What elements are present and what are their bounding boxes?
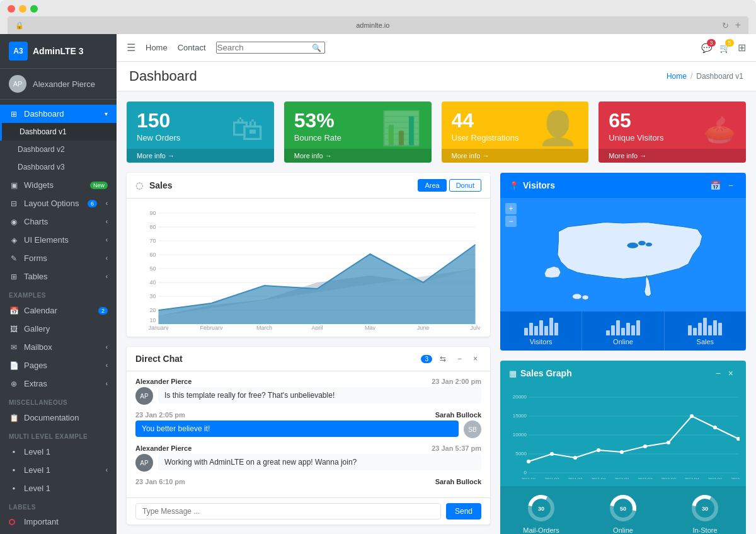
chevron-icon: ‹	[106, 273, 108, 280]
browser-minimize[interactable]	[19, 5, 26, 13]
online-mini-chart	[586, 316, 660, 335]
user-reg-more-info[interactable]: More info →	[442, 149, 589, 163]
sidebar-item-extras[interactable]: ⊕ Extras ‹	[0, 374, 117, 393]
chat-message-input[interactable]	[135, 503, 441, 519]
sales-graph-minimize-button[interactable]: −	[712, 367, 724, 380]
forms-icon: ✎	[9, 254, 19, 263]
sidebar-item-pages[interactable]: 📄 Pages ‹	[0, 356, 117, 374]
donut-chart-button[interactable]: Donut	[449, 179, 481, 192]
browser-close[interactable]	[8, 5, 15, 13]
svg-text:60: 60	[149, 252, 156, 258]
sidebar-item-level1-b[interactable]: ● Level 1 ‹	[0, 461, 117, 479]
topnav-right: 💬 3 🛒 5 ⊞	[701, 42, 746, 54]
chat-close-button[interactable]: ×	[469, 353, 481, 364]
sidebar-item-ui-elements[interactable]: ◈ UI Elements ‹	[0, 231, 117, 249]
calendar-icon: 📅	[9, 306, 19, 315]
svg-text:2012 Q3: 2012 Q3	[661, 477, 676, 479]
main-left: ◌ Sales Area Donut 90	[127, 173, 490, 534]
svg-text:2012 Q2: 2012 Q2	[638, 477, 653, 479]
sales-chart-title: ◌ Sales	[135, 180, 418, 190]
svg-text:80: 80	[149, 224, 156, 230]
tables-icon: ⊞	[9, 272, 19, 281]
topnav-home-link[interactable]: Home	[146, 43, 168, 52]
svg-point-32	[581, 295, 588, 299]
breadcrumb: Home / Dashboard v1	[667, 72, 743, 81]
grid-menu-button[interactable]: ⊞	[738, 42, 746, 54]
area-chart-button[interactable]: Area	[418, 179, 446, 192]
browser-maximize[interactable]	[30, 5, 38, 13]
online-donut: 50	[586, 492, 660, 524]
sidebar-item-widgets[interactable]: ▣ Widgets New	[0, 176, 117, 194]
unique-visitors-more-info[interactable]: More info →	[598, 149, 746, 163]
svg-text:10000: 10000	[513, 432, 527, 438]
new-orders-more-info[interactable]: More info →	[127, 149, 274, 163]
chat-message: Alexander Pierce 23 Jan 5:37 pm AP Worki…	[135, 444, 481, 472]
brand-logo: A3	[9, 42, 28, 61]
content-wrapper: ☰ Home Contact 🔍 💬 3 🛒 5 ⊞ Dashboa	[117, 34, 756, 534]
search-input[interactable]	[216, 42, 325, 54]
chat-msg-header: Sarah Bullock 23 Jan 2:05 pm	[135, 411, 481, 419]
chart-btn-group: Area Donut	[418, 179, 481, 192]
layout-icon: ⊟	[9, 199, 19, 208]
sidebar-item-calendar[interactable]: 📅 Calendar 2	[0, 301, 117, 320]
chat-sender-name: Sarah Bullock	[435, 411, 481, 419]
chevron-down-icon: ▾	[105, 110, 108, 117]
svg-text:5000: 5000	[515, 451, 527, 456]
sidebar-item-label: Documentation	[24, 413, 79, 422]
sidebar-item-label: Tables	[24, 272, 48, 281]
visitors-footer: Visitors	[500, 311, 746, 351]
sales-graph-footer: 30 Mail-Orders 50	[500, 486, 746, 534]
browser-new-tab[interactable]: +	[735, 20, 741, 31]
browser-refresh-icon[interactable]: ↻	[722, 21, 729, 30]
sidebar-item-forms[interactable]: ✎ Forms ‹	[0, 249, 117, 267]
sidebar-item-layout-options[interactable]: ⊟ Layout Options 6 ‹	[0, 194, 117, 212]
chevron-icon: ‹	[106, 236, 108, 243]
svg-text:March: March	[256, 325, 272, 330]
sidebar-item-charts[interactable]: ◉ Charts ‹	[0, 212, 117, 231]
sidebar-item-tables[interactable]: ⊞ Tables ‹	[0, 267, 117, 286]
visitors-minimize-button[interactable]: −	[724, 179, 737, 192]
sales-graph-title: Sales Graph	[520, 368, 712, 378]
sidebar-item-mailbox[interactable]: ✉ Mailbox ‹	[0, 338, 117, 356]
svg-text:2012 Q1: 2012 Q1	[614, 477, 629, 479]
in-store-donut: 30	[668, 492, 742, 524]
notifications-button[interactable]: 🛒 5	[719, 43, 730, 53]
visitors-footer-online: Online	[582, 311, 664, 351]
search-icon[interactable]: 🔍	[312, 44, 321, 52]
sidebar-item-label: Forms	[24, 253, 47, 263]
svg-point-51	[690, 414, 694, 418]
sidebar-item-level1-a[interactable]: ● Level 1	[0, 443, 117, 461]
sidebar-item-dashboard-v1[interactable]: Dashboard v1	[0, 123, 117, 141]
sidebar-item-label: Dashboard	[24, 109, 64, 119]
topnav: ☰ Home Contact 🔍 💬 3 🛒 5 ⊞	[117, 34, 756, 62]
messages-button[interactable]: 💬 3	[701, 43, 712, 53]
sales-graph-close-button[interactable]: ×	[724, 367, 737, 380]
chat-msg-time: 23 Jan 5:37 pm	[432, 444, 481, 452]
sidebar-item-dashboard[interactable]: ⊞ Dashboard ▾	[0, 105, 117, 123]
svg-text:April: April	[311, 325, 323, 330]
online-footer-label: Online	[586, 338, 660, 345]
sidebar-item-gallery[interactable]: 🖼 Gallery	[0, 320, 117, 338]
svg-point-30	[645, 243, 651, 247]
sidebar-item-documentation[interactable]: 📋 Documentation	[0, 409, 117, 427]
mail-orders-donut: 30	[504, 492, 578, 524]
main-right: 📍 Visitors 📅 − + −	[500, 173, 746, 534]
chat-tools: 3 ⇆ − ×	[421, 353, 481, 364]
sidebar-item-dashboard-v2[interactable]: Dashboard v2	[0, 141, 117, 158]
sidebar-item-level1-c[interactable]: ● Level 1	[0, 479, 117, 497]
svg-text:30: 30	[149, 293, 156, 299]
widgets-badge: New	[90, 182, 108, 189]
chat-expand-button[interactable]: ⇆	[436, 353, 450, 364]
sidebar-toggle-button[interactable]: ☰	[127, 42, 135, 54]
breadcrumb-home[interactable]: Home	[667, 72, 687, 81]
sidebar-item-important[interactable]: Important	[0, 513, 117, 530]
visitors-card: 📍 Visitors 📅 − + −	[500, 173, 746, 351]
chevron-icon: ‹	[106, 467, 108, 473]
topnav-contact-link[interactable]: Contact	[178, 43, 206, 52]
sidebar-item-dashboard-v3[interactable]: Dashboard v3	[0, 158, 117, 176]
send-message-button[interactable]: Send	[446, 503, 481, 519]
bounce-rate-more-info[interactable]: More info →	[284, 149, 432, 163]
visitors-calendar-button[interactable]: 📅	[706, 179, 724, 192]
chat-minimize-button[interactable]: −	[454, 353, 466, 364]
chat-msg-time: 23 Jan 6:10 pm	[135, 478, 185, 485]
